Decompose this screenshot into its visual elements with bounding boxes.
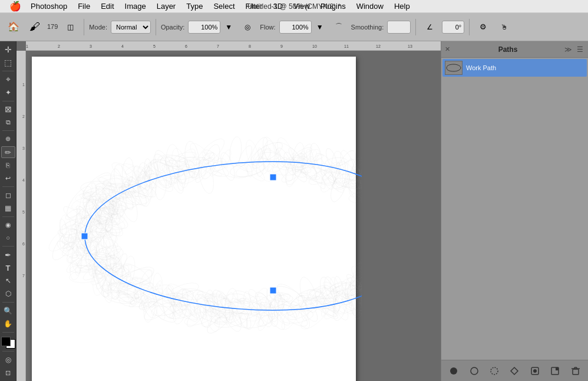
svg-rect-2 [270, 287, 276, 294]
right-panel: ✕ Paths ≫ ☰ Work Path [441, 41, 588, 381]
opacity-label: Opacity: [161, 24, 184, 31]
work-path-label: Work Path [466, 64, 496, 71]
mode-label: Mode: [89, 24, 107, 31]
path-thumbnail [445, 61, 463, 75]
apple-menu[interactable]: 🍎 [5, 0, 26, 13]
opacity-icon[interactable]: ▼ [222, 21, 235, 34]
airbrush-toggle[interactable]: ◎ [239, 18, 256, 36]
smoothing-icon[interactable]: ⌒ [330, 18, 348, 36]
foreground-color-swatch[interactable] [1, 337, 11, 346]
ruler-left: 1 2 3 4 5 6 7 [16, 51, 26, 381]
tool-crop[interactable]: ⊠ [1, 103, 15, 115]
menu-photoshop[interactable]: Photoshop [26, 1, 72, 12]
paths-panel-title: Paths [498, 45, 518, 54]
opacity-input-group[interactable]: ▼ [188, 21, 235, 34]
svg-rect-1 [270, 174, 276, 180]
fill-path-icon[interactable] [447, 364, 460, 377]
menu-file[interactable]: File [73, 1, 95, 12]
menu-bar: 🍎 Photoshop File Edit Image Layer Type S… [0, 0, 588, 13]
document-canvas [26, 51, 441, 381]
smoothing-input[interactable] [387, 21, 411, 34]
options-toolbar: 🏠 🖌 179 ◫ Mode: Normal Multiply Screen O… [0, 13, 588, 41]
menu-type[interactable]: Type [181, 1, 207, 12]
tool-move[interactable]: ✛ [1, 44, 15, 55]
main-layout: ✛ ⬚ ⌖ ✦ ⊠ ⧉ ⊕ ✏ ⎘ ↩ ◻ ▦ ◉ ○ ✒ T ↖ ⬡ 🔍 ✋ … [0, 41, 588, 381]
quick-mask-toggle[interactable]: ◎ [1, 354, 15, 366]
opacity-input[interactable] [188, 21, 220, 34]
tool-icon-home[interactable]: 🏠 [5, 18, 22, 36]
tool-clone[interactable]: ⎘ [1, 159, 15, 171]
mode-select[interactable]: Normal Multiply Screen [111, 21, 151, 34]
svg-point-5 [491, 367, 498, 375]
tool-healing[interactable]: ⊕ [1, 133, 15, 145]
delete-path-icon[interactable] [569, 364, 582, 377]
paths-panel-footer [441, 360, 588, 381]
tool-pen[interactable]: ✒ [1, 249, 15, 261]
paths-panel-close-btn[interactable]: ✕ [445, 45, 450, 53]
svg-rect-10 [556, 367, 559, 370]
menu-edit[interactable]: Edit [96, 1, 118, 12]
color-swatches[interactable] [1, 337, 15, 349]
tool-blur[interactable]: ◉ [1, 219, 15, 231]
svg-point-4 [471, 367, 478, 375]
make-work-path-icon[interactable] [508, 364, 521, 377]
paths-panel-empty-area [441, 78, 588, 360]
work-path-item[interactable]: Work Path [442, 59, 587, 77]
svg-point-8 [533, 369, 537, 373]
menu-layer[interactable]: Layer [152, 1, 181, 12]
flow-input[interactable] [279, 21, 312, 34]
flow-input-group[interactable]: ▼ [279, 21, 326, 34]
canvas-area[interactable]: 1 2 3 4 5 6 7 8 9 10 11 12 13 1 2 3 4 5 … [16, 41, 441, 381]
angle-icon: ∠ [421, 18, 438, 36]
menu-select[interactable]: Select [209, 1, 239, 12]
angle-input[interactable] [442, 21, 464, 34]
tool-magic-wand[interactable]: ✦ [1, 87, 15, 98]
svg-rect-11 [573, 369, 579, 375]
flow-label: Flow: [260, 24, 275, 31]
tool-eraser[interactable]: ◻ [1, 189, 15, 201]
tool-dodge[interactable]: ○ [1, 232, 15, 244]
tool-type[interactable]: T [1, 262, 15, 274]
add-mask-icon[interactable] [528, 364, 541, 377]
paths-panel-menu-btn[interactable]: ☰ [575, 45, 584, 54]
brush-settings-toggle[interactable]: ◫ [61, 18, 79, 36]
stroke-path-icon[interactable] [468, 364, 481, 377]
tool-path-selection[interactable]: ↖ [1, 275, 15, 287]
paths-panel: ✕ Paths ≫ ☰ Work Path [441, 41, 588, 381]
svg-marker-6 [511, 367, 518, 375]
tool-shape[interactable]: ⬡ [1, 288, 15, 300]
pressure-icon[interactable]: 🖱 [495, 18, 513, 36]
white-canvas [32, 57, 356, 381]
tool-marquee[interactable]: ⬚ [1, 57, 15, 68]
path-overlay [38, 63, 362, 381]
flow-icon[interactable]: ▼ [313, 21, 326, 34]
brush-preset-picker[interactable]: 🖌 [26, 18, 44, 36]
symmetry-toggle[interactable]: ⚙ [474, 18, 492, 36]
menu-image[interactable]: Image [120, 1, 151, 12]
ruler-top: 1 2 3 4 5 6 7 8 9 10 11 12 13 [26, 41, 441, 51]
tool-zoom[interactable]: 🔍 [1, 305, 15, 317]
new-path-icon[interactable] [549, 364, 561, 377]
brush-size-indicator: 179 [47, 23, 58, 30]
svg-rect-0 [81, 233, 88, 239]
tool-history-brush[interactable]: ↩ [1, 172, 15, 184]
tool-gradient[interactable]: ▦ [1, 202, 15, 214]
paths-panel-collapse-btn[interactable]: ≫ [563, 45, 573, 54]
menu-help[interactable]: Help [389, 1, 415, 12]
tools-panel: ✛ ⬚ ⌖ ✦ ⊠ ⧉ ⊕ ✏ ⎘ ↩ ◻ ▦ ◉ ○ ✒ T ↖ ⬡ 🔍 ✋ … [0, 41, 16, 381]
svg-point-3 [450, 367, 457, 375]
screen-mode[interactable]: ⊡ [1, 367, 15, 379]
window-title: Untitled-1 @ 50% (CMYK/8) * [247, 2, 341, 11]
tool-hand[interactable]: ✋ [1, 318, 15, 330]
menu-window[interactable]: Window [352, 1, 388, 12]
tool-eyedropper[interactable]: ⧉ [1, 116, 15, 128]
tool-lasso[interactable]: ⌖ [1, 74, 15, 86]
tool-brush[interactable]: ✏ [1, 146, 15, 158]
texture-overlay [38, 63, 362, 381]
paths-panel-header: ✕ Paths ≫ ☰ [441, 41, 588, 58]
smoothing-label: Smoothing: [351, 24, 384, 31]
load-selection-icon[interactable] [488, 364, 501, 377]
